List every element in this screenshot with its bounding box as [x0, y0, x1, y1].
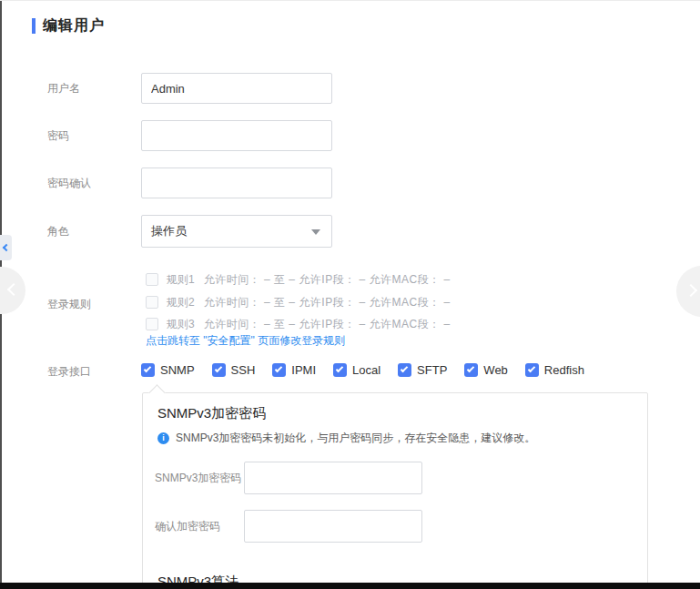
web-checkbox-label: Web [483, 363, 508, 377]
checkbox-local[interactable]: Local [333, 363, 380, 377]
login-interfaces-group: SNMP SSH IPMI Local SFTP Web Redfish [141, 363, 602, 377]
check-icon [528, 364, 535, 371]
password-confirm-label: 密码确认 [47, 177, 91, 189]
password-label: 密码 [47, 129, 69, 142]
web-checkbox-box [464, 363, 478, 377]
checkbox-redfish[interactable]: Redfish [525, 363, 584, 377]
role-select[interactable]: 操作员 [141, 215, 332, 248]
login-rule-row-3: 规则3 允许时间： – 至 – 允许IP段： – 允许MAC段： – [146, 317, 451, 331]
ssh-checkbox-label: SSH [231, 363, 256, 377]
password-input[interactable] [141, 120, 332, 151]
redfish-checkbox-label: Redfish [544, 363, 584, 377]
local-checkbox-box [333, 363, 347, 377]
confirm-encrypt-password-input[interactable] [244, 510, 422, 543]
check-icon [275, 364, 282, 371]
page-title-row: 编辑用户 [32, 16, 105, 36]
checkbox-ssh[interactable]: SSH [212, 363, 256, 377]
chevron-down-icon [311, 229, 320, 235]
check-icon [401, 364, 408, 371]
panel-pointer [148, 384, 165, 401]
snmp-checkbox-box [141, 363, 155, 377]
security-config-link[interactable]: 点击跳转至 "安全配置" 页面修改登录规则 [146, 333, 345, 349]
check-icon [144, 364, 151, 371]
rule3-checkbox[interactable] [146, 318, 158, 330]
page-title: 编辑用户 [43, 16, 105, 36]
check-icon [467, 364, 474, 371]
chevron-left-icon [7, 283, 20, 296]
carousel-prev-button[interactable] [0, 267, 25, 314]
snmpv3-panel-title: SNMPv3加密密码 [157, 405, 266, 422]
confirm-encrypt-password-label: 确认加密密码 [155, 520, 220, 533]
info-icon: i [157, 432, 169, 444]
carousel-next-button[interactable] [676, 266, 700, 317]
snmpv3-encrypt-password-label: SNMPv3加密密码 [155, 472, 241, 484]
role-selected-value: 操作员 [151, 223, 187, 239]
chevron-left-icon [3, 244, 10, 251]
rule1-name: 规则1 [167, 272, 195, 288]
login-rules-label: 登录规则 [47, 298, 91, 310]
local-checkbox-label: Local [352, 363, 380, 377]
snmpv3-password-panel: SNMPv3加密密码 i SNMPv3加密密码未初始化，与用户密码同步，存在安全… [142, 392, 648, 589]
login-interfaces-label: 登录接口 [47, 365, 91, 378]
rule2-detail: 允许时间： – 至 – 允许IP段： – 允许MAC段： – [204, 295, 451, 310]
ssh-checkbox-box [212, 363, 226, 377]
username-input[interactable] [141, 73, 332, 104]
username-label: 用户名 [47, 82, 80, 95]
rule3-name: 规则3 [167, 317, 195, 332]
checkbox-snmp[interactable]: SNMP [141, 363, 195, 377]
chevron-right-icon [685, 284, 697, 297]
checkbox-sftp[interactable]: SFTP [398, 363, 447, 377]
snmpv3-encrypt-password-input[interactable] [244, 462, 422, 494]
rule1-detail: 允许时间： – 至 – 允许IP段： – 允许MAC段： – [204, 272, 451, 288]
snmp-checkbox-label: SNMP [160, 363, 195, 377]
snmpv3-notice-row: i SNMPv3加密密码未初始化，与用户密码同步，存在安全隐患，建议修改。 [157, 431, 535, 446]
rule1-checkbox[interactable] [146, 273, 158, 286]
bottom-black-bar [0, 583, 700, 589]
sidebar-collapse-tab[interactable] [0, 235, 12, 260]
rule2-name: 规则2 [167, 295, 195, 310]
check-icon [336, 364, 343, 371]
ipmi-checkbox-label: IPMI [291, 363, 316, 377]
snmpv3-notice-text: SNMPv3加密密码未初始化，与用户密码同步，存在安全隐患，建议修改。 [176, 431, 535, 446]
rule2-checkbox[interactable] [146, 296, 158, 309]
edit-user-page: 编辑用户 用户名 密码 密码确认 角色 操作员 登录规则 规则1 允许时间： –… [0, 0, 700, 589]
redfish-checkbox-box [525, 363, 539, 377]
role-label: 角色 [47, 225, 69, 238]
login-rule-row-2: 规则2 允许时间： – 至 – 允许IP段： – 允许MAC段： – [146, 295, 451, 310]
checkbox-ipmi[interactable]: IPMI [272, 363, 316, 377]
rule3-detail: 允许时间： – 至 – 允许IP段： – 允许MAC段： – [204, 317, 451, 332]
check-icon [214, 364, 221, 371]
password-confirm-input[interactable] [141, 168, 332, 198]
sftp-checkbox-box [398, 363, 411, 377]
checkbox-web[interactable]: Web [464, 363, 508, 377]
title-accent-bar [32, 18, 36, 34]
login-rule-row-1: 规则1 允许时间： – 至 – 允许IP段： – 允许MAC段： – [146, 272, 451, 287]
sftp-checkbox-label: SFTP [417, 363, 447, 377]
ipmi-checkbox-box [272, 363, 286, 377]
